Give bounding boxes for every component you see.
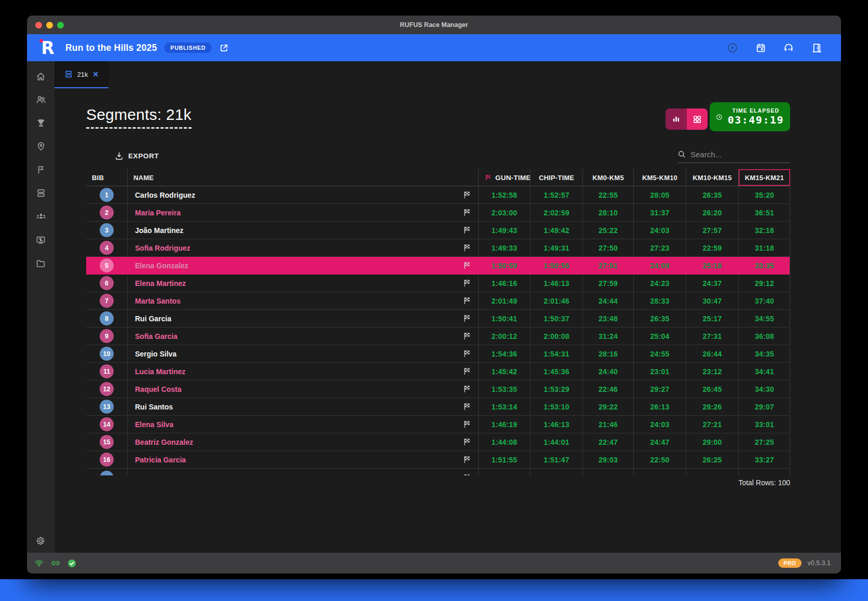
table-row[interactable]: 6Elena Martinez1:46:161:46:1327:5924:232…	[86, 275, 790, 292]
table-row[interactable]: 5Elena Gonzalez1:50:591:50:5627:5124:092…	[86, 257, 790, 275]
folder-icon[interactable]	[35, 257, 47, 269]
table-row[interactable]: 1Carlos Rodriguez1:52:581:52:5722:5528:0…	[86, 186, 790, 204]
time-cell	[478, 469, 530, 475]
bib-cell: 5	[86, 257, 127, 274]
external-link-icon[interactable]	[219, 43, 229, 53]
table-row[interactable]: 13Rui Santos1:53:141:53:1029:2226:1328:2…	[86, 398, 790, 416]
time-cell: 34:55	[738, 310, 790, 327]
bib-cell: 15	[86, 433, 127, 450]
column-header-name[interactable]: NAME	[127, 169, 478, 186]
bib-cell: 1	[86, 186, 127, 203]
finish-flag-icon	[463, 332, 471, 340]
time-cell: 36:51	[738, 204, 790, 221]
time-cell: 22:47	[582, 433, 633, 450]
time-cell: 24:03	[633, 416, 686, 433]
table-row[interactable]: 4Sofia Rodriguez1:49:331:49:3127:5027:23…	[86, 239, 790, 257]
time-cell: 28:16	[582, 345, 633, 362]
time-elapsed-badge: TIME ELAPSED 03:49:19	[710, 102, 790, 131]
time-cell: 1:46:16	[478, 275, 530, 292]
home-icon[interactable]	[35, 71, 47, 82]
bib-badge: 16	[100, 453, 114, 467]
tab-close-icon[interactable]: ✕	[93, 71, 99, 78]
column-header-km10-km15[interactable]: KM10-KM15	[686, 169, 738, 186]
column-header-km5-km10[interactable]: KM5-KM10	[633, 169, 686, 186]
grid-view-button[interactable]	[687, 108, 708, 130]
finish-flag-icon	[463, 244, 471, 252]
table-row[interactable]: 15Beatriz Gonzalez1:44:081:44:0122:4724:…	[86, 433, 790, 451]
time-cell: 1:53:29	[530, 380, 582, 398]
time-cell: 2:03:00	[478, 204, 530, 221]
close-window-button[interactable]	[35, 22, 42, 29]
bib-badge: 8	[100, 311, 114, 325]
time-cell: 24:44	[582, 292, 633, 309]
name-cell: Patricia Garcia	[127, 451, 478, 468]
table-row-partial[interactable]	[86, 469, 790, 475]
bib-badge: 14	[100, 417, 114, 431]
time-cell	[738, 469, 790, 475]
time-cell: 1:44:01	[530, 433, 582, 450]
participants-icon[interactable]	[35, 94, 47, 105]
table-row[interactable]: 7Marta Santos2:01:492:01:4624:4428:3330:…	[86, 292, 790, 310]
runner-name: Beatriz Gonzalez	[135, 438, 193, 446]
time-cell: 28:10	[582, 204, 633, 221]
finish-flag-icon	[463, 403, 471, 411]
time-cell: 28:05	[633, 186, 686, 203]
time-cell: 33:01	[738, 416, 790, 433]
time-cell: 26:20	[686, 204, 738, 221]
minimize-window-button[interactable]	[46, 22, 53, 29]
play-circle-icon[interactable]	[727, 42, 738, 53]
table-row[interactable]: 2Maria Pereira2:03:002:02:5928:1031:3726…	[86, 204, 790, 222]
finish-flag-icon	[463, 438, 471, 446]
time-cell: 1:50:41	[478, 310, 530, 327]
table-row[interactable]: 3João Martinez1:49:431:49:4225:2224:0327…	[86, 222, 790, 239]
column-label: CHIP-TIME	[539, 174, 574, 182]
search-box	[677, 146, 790, 163]
table-row[interactable]: 14Elena Silva1:46:191:46:1321:4624:0327:…	[86, 416, 790, 433]
runner-name: Marta Santos	[135, 297, 181, 305]
bib-cell: 16	[86, 451, 127, 468]
column-header-chip-time[interactable]: CHIP-TIME	[530, 169, 582, 186]
race-display-icon[interactable]	[35, 234, 47, 245]
table-row[interactable]: 8Rui Garcia1:50:411:50:3723:4826:3525:17…	[86, 310, 790, 327]
finish-flag-icon	[463, 279, 471, 287]
export-button[interactable]: EXPORT	[115, 148, 159, 163]
table-row[interactable]: 9Sofia Garcia2:00:122:00:0831:2425:0427:…	[86, 327, 790, 345]
table-row[interactable]: 16Patricia Garcia1:51:551:51:4729:0322:5…	[86, 451, 790, 469]
time-cell: 24:55	[633, 345, 686, 362]
flag-icon[interactable]	[35, 164, 47, 175]
settings-gear-icon[interactable]	[35, 535, 47, 547]
exit-door-icon[interactable]	[811, 42, 822, 53]
chart-view-button[interactable]	[666, 108, 687, 130]
name-cell: Rui Garcia	[127, 310, 478, 327]
bib-cell: 4	[86, 239, 127, 256]
tab-21k[interactable]: 21k ✕	[55, 61, 108, 88]
time-cell: 26:35	[633, 310, 686, 327]
column-header-bib[interactable]: BIB	[86, 169, 127, 186]
runner-name: Patricia Garcia	[135, 456, 186, 464]
trophy-icon[interactable]	[35, 117, 47, 129]
table-row[interactable]: 11Lucia Martinez1:45:421:45:3624:4023:01…	[86, 363, 790, 380]
calendar-icon[interactable]	[755, 42, 766, 53]
time-cell: 1:49:31	[530, 239, 582, 256]
zoom-window-button[interactable]	[57, 22, 64, 29]
column-header-km15-km21[interactable]: KM15-KM21	[738, 169, 790, 186]
groups-icon[interactable]	[35, 211, 47, 222]
bib-cell: 6	[86, 275, 127, 292]
location-pin-icon[interactable]	[35, 141, 47, 152]
pro-badge: PRO	[778, 558, 801, 568]
finish-flag-icon	[463, 315, 471, 322]
table-row[interactable]: 12Raquel Costa1:53:351:53:2922:4629:2726…	[86, 380, 790, 398]
bib-badge: 12	[100, 382, 114, 396]
table-row[interactable]: 10Sergio Silva1:54:361:54:3128:1624:5526…	[86, 345, 790, 363]
support-headset-icon[interactable]	[783, 42, 794, 53]
column-header-gun-time[interactable]: GUN-TIME	[478, 169, 530, 186]
time-cell: 1:51:55	[478, 451, 530, 468]
runner-name: Elena Martinez	[135, 279, 186, 288]
segments-icon[interactable]	[35, 187, 47, 199]
time-cell: 2:00:08	[530, 327, 582, 345]
time-cell: 26:45	[686, 380, 738, 398]
column-header-km0-km5[interactable]: KM0-KM5	[582, 169, 633, 186]
search-input[interactable]	[690, 150, 784, 159]
time-cell: 34:41	[738, 363, 790, 380]
time-cell	[633, 469, 686, 475]
